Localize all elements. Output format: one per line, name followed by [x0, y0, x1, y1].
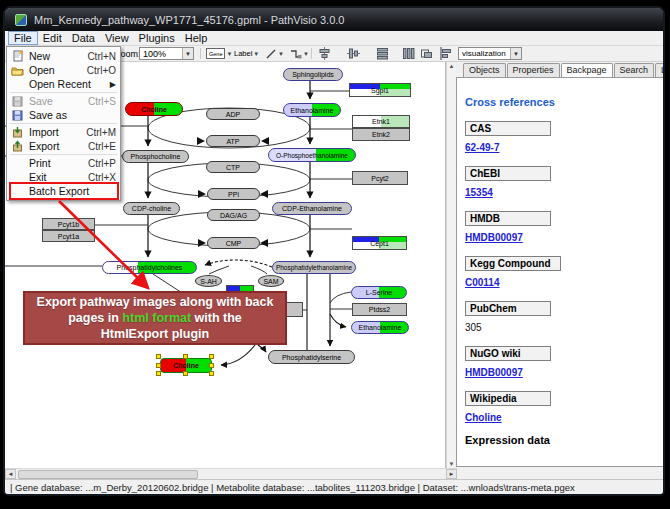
- line-tool-button[interactable]: ▼: [265, 47, 284, 60]
- node-ethanolamine-bottom[interactable]: Ethanolamine: [351, 321, 409, 334]
- common-size-button[interactable]: [420, 47, 433, 60]
- annotation-line1: Export pathway images along with back: [25, 294, 285, 310]
- gene-node-ptdss2[interactable]: Ptdss2: [352, 303, 407, 316]
- scroll-right-icon[interactable]: ►: [446, 469, 457, 479]
- xref-link[interactable]: Choline: [465, 412, 502, 423]
- gene-node-pcyt1a[interactable]: Pcyt1a: [42, 230, 95, 242]
- zoom-combobox[interactable]: 100% ▼: [139, 47, 194, 60]
- node-phosphocholine[interactable]: Phosphocholine: [122, 150, 189, 163]
- file-menu-save[interactable]: SaveCtrl+S: [7, 94, 120, 108]
- node-ctp[interactable]: CTP: [206, 161, 260, 173]
- tab-objects[interactable]: Objects: [463, 63, 506, 77]
- xref-header: Kegg Compound: [465, 256, 561, 271]
- node-o-phosphoethanolamine[interactable]: O-Phosphoethanolamine: [268, 148, 356, 162]
- connector-tool-button[interactable]: ▼: [289, 47, 309, 60]
- gene-node-pcyt1b[interactable]: Pcyt1b: [42, 218, 95, 230]
- annotation-line3: HtmlExport plugin: [25, 326, 285, 342]
- file-menu-export[interactable]: ExportCtrl+E: [7, 139, 120, 153]
- distribute-horizontal-button[interactable]: [402, 47, 415, 60]
- menu-edit[interactable]: Edit: [38, 31, 67, 45]
- scroll-left-icon[interactable]: ◄: [5, 469, 16, 479]
- node-choline[interactable]: Choline: [125, 102, 183, 116]
- canvas-horizontal-scrollbar[interactable]: ◄ ►: [5, 468, 457, 479]
- gene-dropdown-icon[interactable]: ▼: [226, 51, 232, 57]
- gene-node-sgpl1[interactable]: Sgpl1: [349, 83, 411, 97]
- selection-handle[interactable]: [183, 371, 188, 376]
- xref-section-cas: CAS 62-49-7: [465, 121, 665, 153]
- node-sah[interactable]: S-AH: [195, 275, 222, 287]
- status-bar: | Gene database: ...m_Derby_20120602.bri…: [5, 479, 663, 494]
- open-folder-icon: [10, 64, 25, 76]
- file-menu-save-as[interactable]: Save as: [7, 108, 120, 122]
- selection-handle[interactable]: [209, 354, 214, 359]
- node-sam[interactable]: SAM: [258, 275, 284, 287]
- scroll-up-icon[interactable]: ▲: [449, 63, 455, 69]
- xref-section-pubchem: PubChem 305: [465, 301, 665, 333]
- selection-handle[interactable]: [209, 363, 214, 368]
- node-phosphatidylcholines[interactable]: Phosphatidylcholines: [102, 261, 197, 274]
- xref-link[interactable]: HMDB00097: [465, 367, 523, 378]
- selection-handle[interactable]: [156, 354, 161, 359]
- tab-legend[interactable]: Legend: [655, 63, 665, 77]
- node-cmp[interactable]: CMP: [207, 237, 260, 249]
- file-menu-new[interactable]: NewCtrl+N: [7, 49, 120, 63]
- gene-node-cept1[interactable]: Cept1: [352, 236, 407, 250]
- tab-search[interactable]: Search: [614, 63, 655, 77]
- align-center-y-button[interactable]: [347, 47, 360, 60]
- align-center-x-button[interactable]: [318, 47, 331, 60]
- gene-node-etnk1[interactable]: Etnk1: [352, 115, 410, 128]
- node-adp[interactable]: ADP: [206, 108, 260, 120]
- visualization-value: visualization: [462, 49, 506, 58]
- selection-handle[interactable]: [156, 371, 161, 376]
- label-tool-button[interactable]: Label ▼: [234, 47, 259, 60]
- submenu-arrow-icon: ▶: [110, 80, 116, 89]
- node-phosphatidylserine[interactable]: Phosphatidylserine: [268, 350, 355, 364]
- menu-data[interactable]: Data: [67, 31, 100, 45]
- visualization-combobox[interactable]: visualization ▼: [458, 47, 522, 60]
- node-ppi[interactable]: PPi: [207, 188, 260, 200]
- node-dag-ag[interactable]: DAG/AG: [207, 209, 260, 221]
- gene-node-pcyt2[interactable]: Pcyt2: [352, 171, 408, 185]
- title-bar[interactable]: Mm_Kennedy_pathway_WP1771_45176.gpml - P…: [5, 8, 663, 31]
- node-phosphatidylethanolamine[interactable]: Phosphatidylethanolamine: [272, 261, 356, 274]
- scroll-down-icon[interactable]: ▼: [449, 461, 455, 467]
- scrollbar-thumb[interactable]: [18, 470, 198, 479]
- expression-data-heading: Expression data: [465, 434, 665, 446]
- selection-handle[interactable]: [209, 371, 214, 376]
- xref-link[interactable]: C00114: [465, 277, 499, 288]
- xref-link[interactable]: 62-49-7: [465, 142, 499, 153]
- visualization-dropdown-icon[interactable]: ▼: [510, 48, 521, 59]
- backpage-content[interactable]: Cross references CAS 62-49-7 ChEBI 15354…: [456, 77, 665, 467]
- tab-backpage[interactable]: Backpage: [561, 63, 613, 77]
- node-cdp-choline[interactable]: CDP-choline: [123, 202, 180, 215]
- selection-handle[interactable]: [183, 354, 188, 359]
- file-menu-open-recent[interactable]: Open Recent▶: [7, 77, 120, 91]
- gene-tool-button[interactable]: Gene ▼: [206, 47, 232, 60]
- canvas-vertical-scrollbar[interactable]: ▲ ▼: [446, 62, 456, 468]
- align-center-y-icon: [347, 47, 360, 60]
- node-ethanolamine[interactable]: Ethanolamine: [283, 103, 341, 117]
- selection-handle[interactable]: [156, 363, 161, 368]
- xref-link[interactable]: HMDB00097: [465, 232, 523, 243]
- xref-section-wikipedia: Wikipedia Choline: [465, 391, 665, 423]
- distribute-vertical-button[interactable]: [376, 47, 389, 60]
- align-left-button[interactable]: [439, 47, 452, 60]
- zoom-dropdown-icon[interactable]: ▼: [182, 48, 193, 59]
- file-menu-popup: NewCtrl+N OpenCtrl+O Open Recent▶ SaveCt…: [6, 46, 121, 201]
- gene-node-etnk2[interactable]: Etnk2: [352, 128, 410, 141]
- file-menu-print[interactable]: PrintCtrl+P: [7, 156, 120, 170]
- menu-help[interactable]: Help: [180, 31, 213, 45]
- file-menu-open[interactable]: OpenCtrl+O: [7, 63, 120, 77]
- xref-link[interactable]: 15354: [465, 187, 493, 198]
- node-cdp-ethanolamine[interactable]: CDP-Ethanolamine: [272, 202, 352, 215]
- menu-file[interactable]: File: [8, 31, 38, 45]
- node-sphingolipids[interactable]: Sphingolipids: [283, 68, 343, 81]
- label-dropdown-icon[interactable]: ▼: [253, 51, 259, 57]
- xref-section-kegg: Kegg Compound C00114: [465, 256, 665, 288]
- menu-plugins[interactable]: Plugins: [134, 31, 180, 45]
- menu-view[interactable]: View: [100, 31, 134, 45]
- node-atp[interactable]: ATP: [206, 135, 260, 147]
- tab-properties[interactable]: Properties: [507, 63, 560, 77]
- file-menu-import[interactable]: ImportCtrl+M: [7, 125, 120, 139]
- node-l-serine[interactable]: L-Serine: [351, 286, 407, 299]
